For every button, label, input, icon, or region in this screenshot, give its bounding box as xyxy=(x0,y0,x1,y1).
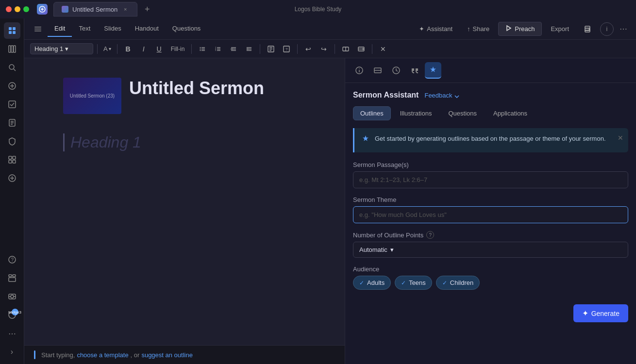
panel-info-icon[interactable] xyxy=(351,62,368,79)
svg-rect-7 xyxy=(14,46,16,52)
menu-toggle-button[interactable] xyxy=(30,21,46,37)
theme-label: Sermon Theme xyxy=(353,196,628,203)
sidebar-item-library[interactable] xyxy=(4,41,20,57)
passage-section: Sermon Passage(s) xyxy=(353,161,628,188)
share-button[interactable]: ↑ Share xyxy=(461,23,495,35)
numbered-list-button[interactable]: 1 2 3 xyxy=(211,42,225,56)
tab-slides[interactable]: Slides xyxy=(97,21,128,37)
nav-tabs: Edit Text Slides Handout Questions xyxy=(48,21,207,37)
underline-button[interactable]: U xyxy=(152,42,166,56)
sidebar-item-add[interactable] xyxy=(4,78,20,94)
fill-in-button[interactable]: Fill-in xyxy=(168,42,188,56)
minimize-button[interactable] xyxy=(15,6,20,12)
question-box-button[interactable]: ? xyxy=(280,42,293,56)
panel-content: Sermon Assistant Feedback Outlines Illus… xyxy=(345,83,636,364)
font-size-chevron: ▾ xyxy=(109,46,111,51)
redo-button[interactable]: ↪ xyxy=(317,42,331,56)
sidebar-item-more[interactable]: ⋯ xyxy=(4,325,20,342)
panel-slides-icon[interactable] xyxy=(369,62,386,79)
audience-chip-adults[interactable]: ✓ Adults xyxy=(353,276,391,290)
editor-panel-layout: Untitled Sermon (23) Untitled Sermon Hea… xyxy=(24,58,636,364)
automatic-select[interactable]: Automatic ▾ xyxy=(353,242,628,258)
undo-button[interactable]: ↩ xyxy=(301,42,315,56)
feedback-link[interactable]: Feedback xyxy=(424,92,459,99)
svg-rect-5 xyxy=(9,46,11,52)
document-tab[interactable]: Untitled Sermon × xyxy=(53,2,137,17)
sidebar-item-help[interactable]: ? xyxy=(4,251,20,268)
italic-button[interactable]: I xyxy=(137,42,151,56)
new-tab-button[interactable]: + xyxy=(141,3,153,15)
editor-content[interactable]: Untitled Sermon (23) Untitled Sermon Hea… xyxy=(24,58,345,345)
audience-chip-teens[interactable]: ✓ Teens xyxy=(395,276,432,290)
export-button[interactable]: Export xyxy=(545,23,575,35)
left-sidebar: ? xyxy=(0,18,24,364)
bold-button[interactable]: B xyxy=(121,42,135,56)
maximize-button[interactable] xyxy=(23,6,29,12)
theme-input[interactable] xyxy=(353,206,628,223)
svg-rect-18 xyxy=(9,156,12,159)
heading-select[interactable]: Heading 1 ▾ xyxy=(30,43,93,54)
sidebar-item-search[interactable] xyxy=(4,59,20,76)
traffic-lights xyxy=(6,6,29,12)
bottom-bar: Start typing, choose a template , or sug… xyxy=(24,345,345,364)
tab-questions[interactable]: Questions xyxy=(166,21,208,37)
sidebar-item-grid[interactable] xyxy=(4,151,20,168)
outdent-button[interactable] xyxy=(227,42,240,56)
tab-close-button[interactable]: × xyxy=(121,5,129,13)
info-box-close-button[interactable]: ✕ xyxy=(618,133,623,143)
format-divider-1 xyxy=(97,44,98,54)
panel-tab-applications[interactable]: Applications xyxy=(486,106,535,120)
passage-input[interactable] xyxy=(353,171,628,188)
audience-chip-children[interactable]: ✓ Children xyxy=(436,276,480,290)
sidebar-item-document[interactable] xyxy=(4,115,20,131)
insert-col-button[interactable] xyxy=(339,42,352,56)
assistant-button[interactable]: ✦ Assistant xyxy=(413,23,458,35)
close-button[interactable] xyxy=(6,6,12,12)
svg-rect-2 xyxy=(13,27,16,30)
sidebar-item-layers[interactable] xyxy=(4,288,20,305)
sidebar-item-badge[interactable]: badge3 xyxy=(4,307,20,323)
panel-header: Sermon Assistant Feedback xyxy=(353,91,628,99)
panel-tab-illustrations[interactable]: Illustrations xyxy=(393,106,439,120)
preach-button[interactable]: Preach xyxy=(498,22,542,36)
choose-template-link[interactable]: choose a template xyxy=(77,351,128,359)
tab-text[interactable]: Text xyxy=(72,21,97,37)
heading-placeholder[interactable]: Heading 1 xyxy=(63,133,306,151)
outline-points-help-icon[interactable]: ? xyxy=(426,231,434,239)
sidebar-item-shield[interactable] xyxy=(4,133,20,149)
clear-format-button[interactable]: ✕ xyxy=(376,42,390,56)
chevron-down-icon: ▾ xyxy=(390,246,394,253)
sidebar-item-home[interactable] xyxy=(4,22,20,39)
panel-tab-outlines[interactable]: Outlines xyxy=(353,106,391,120)
text-box-button[interactable] xyxy=(264,42,278,56)
sidebar-item-chevron[interactable]: › xyxy=(4,344,20,360)
editor: Untitled Sermon (23) Untitled Sermon Hea… xyxy=(24,58,345,364)
panel-tab-questions[interactable]: Questions xyxy=(441,106,484,120)
theme-section: Sermon Theme xyxy=(353,196,628,223)
print-button[interactable] xyxy=(578,23,597,35)
tab-edit[interactable]: Edit xyxy=(48,21,72,37)
check-icon: ✓ xyxy=(359,280,364,286)
notification-badge: badge3 xyxy=(12,309,18,315)
sidebar-item-todo[interactable] xyxy=(4,96,20,113)
sidebar-item-dashboard[interactable] xyxy=(4,270,20,286)
insert-row-button[interactable] xyxy=(354,42,368,56)
bullet-list-button[interactable] xyxy=(196,42,209,56)
info-button[interactable]: i xyxy=(600,22,614,36)
suggest-outline-link[interactable]: suggest an outline xyxy=(141,351,193,359)
format-divider-5 xyxy=(297,44,298,54)
slide-preview: Untitled Sermon (23) xyxy=(63,78,121,114)
svg-text:3: 3 xyxy=(215,49,217,51)
panel-quote-icon[interactable] xyxy=(406,62,423,79)
generate-button[interactable]: ✦ Generate xyxy=(573,304,628,322)
font-size-control[interactable]: A ▾ xyxy=(101,45,113,52)
more-options-button[interactable]: ⋯ xyxy=(617,22,630,36)
panel-assistant-icon[interactable] xyxy=(425,62,441,79)
svg-marker-38 xyxy=(507,26,511,31)
indent-button[interactable] xyxy=(242,42,256,56)
sidebar-item-add-circle[interactable] xyxy=(4,170,20,186)
right-panel: Sermon Assistant Feedback Outlines Illus… xyxy=(345,58,636,364)
panel-history-icon[interactable] xyxy=(388,62,404,79)
tab-handout[interactable]: Handout xyxy=(128,21,166,37)
svg-point-47 xyxy=(200,50,201,51)
